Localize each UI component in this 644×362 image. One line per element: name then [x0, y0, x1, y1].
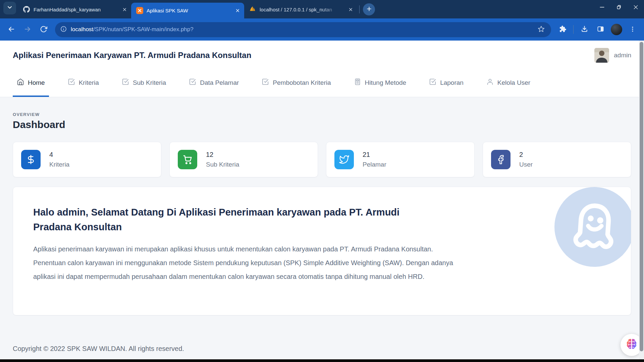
- xampp-icon: [136, 7, 143, 14]
- scrollbar-thumb[interactable]: [640, 42, 643, 351]
- nav-label: Kelola User: [497, 79, 530, 86]
- user-icon: [486, 78, 494, 87]
- stat-value: 4: [49, 151, 69, 159]
- side-panel-icon: [597, 25, 604, 34]
- nav-item-kriteria[interactable]: Kriteria: [64, 70, 103, 97]
- reload-button[interactable]: [36, 22, 51, 37]
- ghost-decoration: [554, 187, 631, 267]
- nav-item-kelola-user[interactable]: Kelola User: [482, 70, 534, 97]
- check-square-icon: [429, 78, 436, 87]
- star-icon: [538, 25, 545, 34]
- tab-title: localhost / 127.0.0.1 / spk_nutan: [260, 7, 344, 12]
- stat-value: 12: [206, 151, 239, 159]
- puzzle-icon: [559, 25, 567, 34]
- kebab-menu-icon: [629, 26, 636, 34]
- nav-label: Home: [28, 79, 45, 86]
- stat-label: User: [519, 161, 533, 168]
- brain-icon: [625, 338, 639, 353]
- welcome-heading: Halo admin, Selamat Datang Di Aplikasi P…: [33, 205, 436, 234]
- tab-close-icon[interactable]: [234, 7, 241, 14]
- browser-tab-phpmyadmin[interactable]: localhost / 127.0.0.1 / spk_nutan: [244, 3, 357, 16]
- copyright-text: Copyright © 2022 SPK SAW WILDAN. All rig…: [13, 345, 631, 353]
- toolbar-divider: [573, 25, 574, 34]
- user-menu[interactable]: admin: [594, 48, 631, 63]
- phpmyadmin-icon: [249, 6, 256, 13]
- calculator-icon: [354, 78, 361, 87]
- nav-item-data-pelamar[interactable]: Data Pelamar: [185, 70, 243, 97]
- stat-label: Kriteria: [49, 161, 69, 168]
- restore-button[interactable]: [610, 0, 627, 14]
- forward-button[interactable]: [20, 22, 35, 37]
- extensions-button[interactable]: [555, 22, 570, 37]
- tab-title: FarhanHaddad/spk_karyawan: [34, 7, 118, 12]
- url-text: localhost/SPK/nutan/SPK-SAW-main/index.p…: [71, 26, 532, 33]
- nav-item-hitung-metode[interactable]: Hitung Metode: [350, 70, 411, 97]
- tab-strip: FarhanHaddad/spk_karyawan Aplikasi SPK S…: [18, 0, 357, 18]
- page-viewport: Aplikasi Penerimaan Karyawan PT. Armudi …: [0, 41, 644, 359]
- browser-tab-github[interactable]: FarhanHaddad/spk_karyawan: [18, 3, 131, 16]
- close-button[interactable]: [627, 0, 644, 14]
- nav-label: Data Pelamar: [200, 79, 239, 86]
- minimize-button[interactable]: [594, 0, 610, 14]
- overview-eyebrow: OVERVIEW: [13, 112, 631, 117]
- github-icon: [23, 6, 30, 13]
- home-icon: [17, 78, 24, 87]
- stat-value: 21: [363, 151, 386, 159]
- new-tab-button[interactable]: [363, 3, 375, 15]
- nav-item-laporan[interactable]: Laporan: [425, 70, 468, 97]
- tab-close-icon[interactable]: [347, 6, 354, 13]
- downloads-button[interactable]: [577, 22, 592, 37]
- tab-search-button[interactable]: [3, 2, 16, 14]
- avatar: [594, 48, 609, 63]
- stat-label: Pelamar: [363, 161, 386, 168]
- dashboard-content: OVERVIEW Dashboard 4 Kriteria: [0, 97, 644, 353]
- browser-profile-button[interactable]: [609, 22, 624, 37]
- nav-label: Sub Kriteria: [133, 79, 166, 86]
- stat-label: Sub Kriteria: [206, 161, 239, 168]
- check-square-icon: [68, 78, 75, 87]
- tab-title: Aplikasi SPK SAW: [147, 8, 231, 13]
- side-panel-button[interactable]: [593, 22, 608, 37]
- info-icon: [60, 26, 67, 34]
- browser-menu-button[interactable]: [625, 22, 640, 37]
- page-title: Aplikasi Penerimaan Karyawan PT. Armudi …: [13, 51, 251, 60]
- main-navigation: Home Kriteria Sub Kriteria Data Pelamar: [0, 70, 644, 97]
- nav-label: Hitung Metode: [365, 79, 407, 86]
- nav-label: Kriteria: [79, 79, 99, 86]
- check-square-icon: [262, 78, 269, 87]
- nav-item-sub-kriteria[interactable]: Sub Kriteria: [118, 70, 170, 97]
- twitter-icon: [334, 150, 354, 169]
- page-scrollbar[interactable]: [639, 41, 644, 359]
- stat-card-user: 2 User: [483, 142, 631, 177]
- user-name: admin: [614, 52, 631, 59]
- window-bottom-edge: [0, 359, 644, 362]
- stats-row: 4 Kriteria 12 Sub Kriteria: [13, 142, 631, 177]
- stat-card-sub-kriteria: 12 Sub Kriteria: [169, 142, 318, 177]
- stat-value: 2: [519, 151, 533, 159]
- browser-toolbar: localhost/SPK/nutan/SPK-SAW-main/index.p…: [0, 18, 644, 41]
- nav-label: Pembobotan Kriteria: [273, 79, 331, 86]
- dashboard-title: Dashboard: [13, 119, 631, 130]
- tab-close-icon[interactable]: [121, 6, 128, 13]
- cart-icon: [178, 150, 197, 169]
- nav-item-home[interactable]: Home: [13, 70, 49, 97]
- address-bar[interactable]: localhost/SPK/nutan/SPK-SAW-main/index.p…: [55, 22, 551, 37]
- bookmark-star-button[interactable]: [536, 24, 546, 35]
- back-button[interactable]: [4, 22, 19, 37]
- nav-item-pembobotan-kriteria[interactable]: Pembobotan Kriteria: [258, 70, 335, 97]
- chevron-down-icon: [6, 4, 13, 12]
- stat-card-pelamar: 21 Pelamar: [326, 142, 475, 177]
- reload-icon: [40, 25, 47, 34]
- browser-window: FarhanHaddad/spk_karyawan Aplikasi SPK S…: [0, 0, 644, 362]
- plus-icon: [366, 6, 372, 13]
- download-icon: [581, 25, 588, 34]
- check-square-icon: [122, 78, 129, 87]
- browser-tab-app[interactable]: Aplikasi SPK SAW: [131, 3, 244, 18]
- browser-titlebar: FarhanHaddad/spk_karyawan Aplikasi SPK S…: [0, 0, 644, 18]
- welcome-body: Aplikasi penerimaan karyawan ini merupak…: [33, 242, 459, 284]
- facebook-icon: [491, 150, 511, 169]
- arrow-left-icon: [7, 25, 15, 34]
- ghost-icon: [569, 199, 620, 255]
- welcome-card: Halo admin, Selamat Datang Di Aplikasi P…: [13, 187, 631, 315]
- app-header: Aplikasi Penerimaan Karyawan PT. Armudi …: [0, 41, 644, 70]
